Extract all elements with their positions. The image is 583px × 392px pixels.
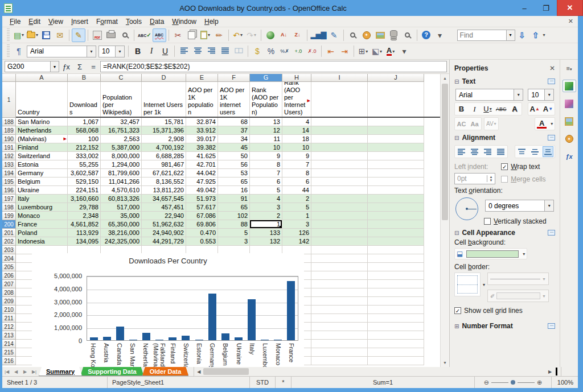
number-format-section-header[interactable]: ⊞ Number Format ⋯ xyxy=(454,320,555,332)
column-header-C[interactable]: C xyxy=(101,74,142,82)
cell[interactable]: 56 xyxy=(218,160,250,169)
data-sources-button[interactable] xyxy=(387,28,401,42)
cell[interactable] xyxy=(311,323,368,331)
cell[interactable]: 7 xyxy=(250,169,282,178)
menu-data[interactable]: Data xyxy=(146,16,168,27)
column-header-E[interactable]: E xyxy=(186,74,218,82)
cell[interactable] xyxy=(368,280,424,288)
vertically-stacked-checkbox[interactable]: Vertically stacked xyxy=(484,217,555,225)
show-grid-lines-checkbox[interactable]: ✓ Show cell grid lines xyxy=(454,307,555,315)
page-style[interactable]: PageStyle_Sheet1 xyxy=(108,377,250,388)
cell[interactable] xyxy=(311,220,368,229)
horizontal-scrollbar[interactable]: ◀ ▶ xyxy=(194,367,578,376)
cell[interactable]: 67.086 xyxy=(186,212,218,220)
menu-tools[interactable]: Tools xyxy=(122,16,146,27)
cell[interactable]: 65 xyxy=(218,203,250,212)
cell[interactable]: 29,788 xyxy=(68,203,101,212)
cell[interactable]: 8 xyxy=(282,169,311,178)
cell[interactable]: 13,811,220 xyxy=(142,186,186,195)
cell[interactable]: 113,929 xyxy=(68,229,101,237)
cell[interactable]: 8,136,552 xyxy=(142,178,186,186)
cell[interactable]: 102 xyxy=(218,212,250,220)
cell[interactable]: 81,799,600 xyxy=(101,169,142,178)
zoom-out-icon[interactable]: ⊖ xyxy=(484,379,489,386)
cell[interactable]: 51,962,632 xyxy=(142,220,186,229)
cell[interactable]: 5 xyxy=(282,203,311,212)
font-color-button[interactable]: A▾ xyxy=(384,44,397,58)
dropdown-icon[interactable]: ▾ xyxy=(544,200,553,211)
sort-descending-button[interactable]: Z↓ xyxy=(291,28,305,42)
draw-functions-button[interactable]: ✎ xyxy=(327,28,341,42)
cell[interactable]: Netherlands xyxy=(16,126,68,135)
row-header-201[interactable]: 201 xyxy=(2,229,16,237)
underline-dropdown-icon[interactable]: ▾ xyxy=(490,106,492,112)
cell[interactable]: 8,000,000 xyxy=(101,152,142,160)
cell[interactable]: 5,387,000 xyxy=(101,143,142,152)
find-dropdown-icon[interactable]: ▾ xyxy=(506,30,515,41)
left-indent-spinner[interactable]: 0pt ▲▼ xyxy=(454,173,495,184)
dropdown-icon[interactable]: ▾ xyxy=(544,89,553,100)
function-wizard-button[interactable]: ƒx xyxy=(59,63,73,71)
cell[interactable] xyxy=(368,229,424,237)
cell[interactable]: 50 xyxy=(218,152,250,160)
cell[interactable] xyxy=(368,186,424,195)
cell[interactable] xyxy=(311,135,368,143)
row-header-206[interactable]: 206 xyxy=(2,271,16,280)
cell[interactable]: 35,000 xyxy=(101,212,142,220)
sidebar-tab-properties[interactable] xyxy=(563,80,576,92)
row-header-192[interactable]: 192 xyxy=(2,152,16,160)
row-header-189[interactable]: 189 xyxy=(2,126,16,135)
cell[interactable] xyxy=(368,246,424,254)
text-dialog-launcher-icon[interactable]: ⋯ xyxy=(548,79,555,84)
spelling-button[interactable]: ABC✓ xyxy=(137,28,153,42)
cell[interactable]: 529,150 xyxy=(68,178,101,186)
cell[interactable]: 517,000 xyxy=(101,203,142,212)
cell[interactable]: 32,457 xyxy=(101,118,142,126)
cell[interactable]: 8 xyxy=(250,160,282,169)
wrap-text-checkbox[interactable]: ✓ Wrap text xyxy=(501,163,555,171)
number-format-dialog-launcher-icon[interactable]: ⋯ xyxy=(548,323,555,329)
cell[interactable]: 212,152 xyxy=(68,143,101,152)
spreadsheet-grid[interactable]: ABCDEFGHIJ 1CountryDownloadsPopulation (… xyxy=(2,74,449,367)
cell[interactable] xyxy=(311,237,368,246)
sidebar-close-icon[interactable]: ✕ xyxy=(549,64,555,72)
dropdown-icon[interactable]: ▾ xyxy=(115,46,124,57)
font-name-combo[interactable]: Arial▾ xyxy=(27,46,96,57)
cell[interactable]: 5 xyxy=(250,186,282,195)
text-section-header[interactable]: ⊟ Text ⋯ xyxy=(454,76,555,87)
cell[interactable]: 5 xyxy=(218,229,250,237)
cell[interactable]: 2,348 xyxy=(68,212,101,220)
cell[interactable]: Switzerland xyxy=(16,152,68,160)
find-input[interactable] xyxy=(457,30,506,41)
cell[interactable]: 3 xyxy=(282,220,311,229)
font-size-combo[interactable]: 10▾ xyxy=(98,46,125,57)
sidebar-font-name-combo[interactable]: Arial ▾ xyxy=(455,89,523,101)
cell[interactable] xyxy=(368,178,424,186)
next-sheet-button[interactable]: ▶ xyxy=(20,367,30,376)
format-paintbrush-button[interactable]: ✏ xyxy=(212,28,226,42)
align-justify-button[interactable] xyxy=(496,147,506,156)
cell[interactable]: 33.912 xyxy=(186,126,218,135)
cell[interactable]: AOO per 1K population xyxy=(186,82,218,117)
cell[interactable] xyxy=(368,126,424,135)
cell[interactable]: 13 xyxy=(250,118,282,126)
font-color-dropdown-icon[interactable]: ▾ xyxy=(551,121,553,126)
shadow-button[interactable]: A xyxy=(510,104,520,114)
cell[interactable]: 15,781 xyxy=(142,118,186,126)
underline-button[interactable]: U▾ xyxy=(483,104,492,114)
cell[interactable] xyxy=(311,160,368,169)
cell[interactable] xyxy=(311,357,368,365)
row-header-205[interactable]: 205 xyxy=(2,263,16,271)
cell[interactable]: 14 xyxy=(282,126,311,135)
save-button[interactable] xyxy=(39,28,53,42)
row-header-216[interactable]: 216 xyxy=(2,357,16,365)
font-color-button[interactable]: A xyxy=(537,119,547,129)
cell[interactable]: 42.701 xyxy=(186,160,218,169)
row-header-195[interactable]: 195 xyxy=(2,178,16,186)
alignment-dialog-launcher-icon[interactable]: ⋯ xyxy=(548,135,555,141)
column-header-B[interactable]: B xyxy=(68,74,101,82)
cell[interactable] xyxy=(368,143,424,152)
collapse-icon[interactable]: ⊟ xyxy=(454,135,459,141)
cell[interactable]: Italy xyxy=(16,195,68,203)
insert-chart-button[interactable]: ▂▅▇ xyxy=(310,28,327,42)
